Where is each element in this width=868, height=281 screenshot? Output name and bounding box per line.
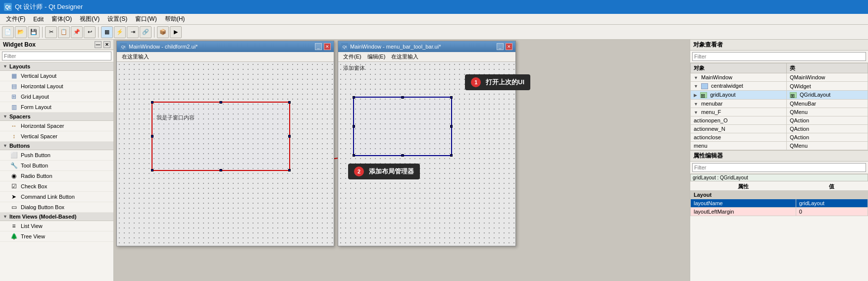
widget-dialog-button-box[interactable]: ▭ Dialog Button Box bbox=[0, 202, 113, 213]
widget-horizontal-layout[interactable]: ▤ Horizontal Layout bbox=[0, 81, 113, 92]
subwindow1-sel-rect[interactable] bbox=[152, 102, 290, 171]
category-item-views[interactable]: ▼ Item Views (Model-Based) bbox=[0, 213, 113, 221]
toolbar-cut[interactable]: ✂ bbox=[45, 26, 57, 38]
prop-value[interactable]: 0 bbox=[796, 208, 868, 216]
table-row[interactable]: actionclose QAction bbox=[691, 133, 868, 142]
table-row[interactable]: ▼ menu_F QMenu bbox=[691, 108, 868, 116]
widget-box-close[interactable]: ✕ bbox=[103, 41, 110, 48]
toolbar-save[interactable]: 💾 bbox=[28, 26, 40, 38]
table-row[interactable]: ▼ menubar QMenuBar bbox=[691, 100, 868, 108]
subwindow2-menu-input[interactable]: 在这里输入 bbox=[388, 53, 421, 61]
prop-value[interactable]: gridLayout bbox=[796, 199, 868, 208]
menu-form[interactable]: 窗体(O) bbox=[48, 14, 76, 24]
toolbar-paste[interactable]: 📌 bbox=[71, 26, 83, 38]
subwindow2-add-window-label: 添加窗体 bbox=[343, 64, 365, 72]
table-row: Layout bbox=[691, 191, 868, 199]
object-inspector-filter[interactable] bbox=[692, 52, 866, 61]
table-row[interactable]: ▶ ⊞ gridLayout ⊞ QGridLayout bbox=[691, 91, 868, 100]
toolbar-widget-editor[interactable]: ▦ bbox=[101, 26, 113, 38]
table-row[interactable]: layoutName gridLayout bbox=[691, 199, 868, 208]
main-toolbar: 📄 📂 💾 ✂ 📋 📌 ↩ ▦ ⚡ ⇥ 🔗 📦 ▶ bbox=[0, 25, 868, 40]
category-layouts[interactable]: ▼ Layouts bbox=[0, 62, 113, 71]
object-name: actionopen_O bbox=[691, 116, 787, 125]
sel-handle2-bl[interactable] bbox=[353, 154, 355, 157]
subwindow2-menu-file[interactable]: 文件(E) bbox=[340, 53, 364, 61]
subwindow2-title: MainWindow - menu_bar_tool_bar.ui* bbox=[350, 44, 495, 50]
widget-push-button[interactable]: ⬜ Push Button bbox=[0, 150, 113, 161]
menu-edit[interactable]: Edit bbox=[29, 15, 48, 24]
toolbar-undo[interactable]: ↩ bbox=[84, 26, 96, 38]
toolbar-open[interactable]: 📂 bbox=[15, 26, 27, 38]
subwindow1-close[interactable]: ✕ bbox=[324, 43, 331, 50]
subwindow2-sel-rect[interactable] bbox=[353, 97, 452, 156]
menu-file[interactable]: 文件(F) bbox=[2, 14, 29, 24]
object-label: actionnew_N bbox=[694, 126, 725, 132]
sel-handle-bl[interactable] bbox=[151, 169, 153, 171]
table-row[interactable]: ▼ MainWindow QMainWindow bbox=[691, 73, 868, 82]
widget-command-link-button[interactable]: ➤ Command Link Button bbox=[0, 192, 113, 202]
subwindow1-canvas[interactable]: 我是子窗口内容 bbox=[117, 62, 334, 246]
widget-box-filter-bar bbox=[0, 50, 113, 62]
subwindow2-minimize[interactable]: _ bbox=[497, 43, 504, 50]
widget-grid-layout[interactable]: ⊞ Grid Layout bbox=[0, 92, 113, 102]
toolbar-tab-order[interactable]: ⇥ bbox=[127, 26, 139, 38]
toolbar-buddy[interactable]: 🔗 bbox=[140, 26, 152, 38]
menu-help[interactable]: 帮助(H) bbox=[161, 14, 189, 24]
category-spacers[interactable]: ▼ Spacers bbox=[0, 112, 113, 121]
widget-vertical-layout[interactable]: ▦ Vertical Layout bbox=[0, 71, 113, 81]
widget-form-layout[interactable]: ▥ Form Layout bbox=[0, 102, 113, 112]
subwindow2-menu-edit[interactable]: 编辑(E) bbox=[364, 53, 389, 61]
sel-handle-mr[interactable] bbox=[288, 135, 291, 138]
sel-handle-bm[interactable] bbox=[220, 169, 222, 171]
subwindow2-canvas[interactable]: 添加窗体 1 打开上次的UI bbox=[338, 62, 515, 246]
toolbar-signal-slot[interactable]: ⚡ bbox=[114, 26, 126, 38]
table-row[interactable]: layoutLeftMargin 0 bbox=[691, 208, 868, 216]
menu-window[interactable]: 窗口(W) bbox=[131, 14, 160, 24]
widget-radio-button[interactable]: ◉ Radio Button bbox=[0, 171, 113, 181]
toolbar-new[interactable]: 📄 bbox=[2, 26, 14, 38]
widget-list-view[interactable]: ≡ List View bbox=[0, 221, 113, 231]
sel-handle-tl[interactable] bbox=[151, 101, 153, 104]
table-row[interactable]: actionopen_O QAction bbox=[691, 116, 868, 125]
table-row[interactable]: menu QMenu bbox=[691, 142, 868, 150]
grid-icon: ⊞ bbox=[700, 92, 707, 98]
widget-check-box[interactable]: ☑ Check Box bbox=[0, 181, 113, 192]
subwindow1-titlebar: Qt MainWindow - childform2.ui* _ ✕ bbox=[117, 41, 334, 52]
sel-handle2-tr[interactable] bbox=[450, 96, 453, 99]
subwindow1-minimize[interactable]: _ bbox=[315, 43, 322, 50]
sel-handle2-mr[interactable] bbox=[450, 125, 453, 128]
subwindow2-close[interactable]: ✕ bbox=[506, 43, 512, 50]
dialog-button-box-icon: ▭ bbox=[10, 203, 18, 211]
category-layouts-label: Layouts bbox=[9, 63, 30, 69]
sel-handle-tm[interactable] bbox=[220, 101, 222, 104]
subwindow1-menu-input[interactable]: 在这里输入 bbox=[119, 53, 152, 61]
menu-settings[interactable]: 设置(S) bbox=[103, 14, 131, 24]
sel-handle2-tl[interactable] bbox=[353, 96, 355, 99]
widget-list: ▼ Layouts ▦ Vertical Layout ▤ Horizontal… bbox=[0, 62, 113, 281]
sel-handle2-tm[interactable] bbox=[402, 96, 404, 99]
table-row[interactable]: ▼ centralwidget QWidget bbox=[691, 82, 868, 91]
toolbar-resource[interactable]: 📦 bbox=[157, 26, 169, 38]
widget-tool-button[interactable]: 🔧 Tool Button bbox=[0, 161, 113, 171]
subwindow2-menubar: 文件(E) 编辑(E) 在这里输入 bbox=[338, 52, 515, 62]
table-row[interactable]: actionnew_N QAction bbox=[691, 125, 868, 133]
widget-box-float[interactable]: — bbox=[95, 41, 102, 48]
property-editor-filter[interactable] bbox=[692, 163, 866, 172]
widget-vertical-spacer[interactable]: ↕ Vertical Spacer bbox=[0, 131, 113, 142]
sel-handle2-ml[interactable] bbox=[353, 125, 355, 128]
widget-box-filter-input[interactable] bbox=[2, 52, 111, 60]
sel-handle-tr[interactable] bbox=[288, 101, 291, 104]
sel-handle-ml[interactable] bbox=[151, 135, 153, 138]
category-buttons[interactable]: ▼ Buttons bbox=[0, 142, 113, 150]
sel-handle2-bm[interactable] bbox=[402, 154, 404, 157]
sel-handle-br[interactable] bbox=[288, 169, 291, 171]
toolbar-preview[interactable]: ▶ bbox=[170, 26, 182, 38]
object-label: menu_F bbox=[701, 109, 721, 115]
widget-horizontal-spacer[interactable]: ↔ Horizontal Spacer bbox=[0, 121, 113, 131]
toolbar-copy[interactable]: 📋 bbox=[58, 26, 70, 38]
tree-view-icon: 🌲 bbox=[10, 232, 18, 240]
widget-tree-view[interactable]: 🌲 Tree View bbox=[0, 231, 113, 242]
object-name: ▼ menu_F bbox=[691, 108, 787, 116]
sel-handle2-br[interactable] bbox=[450, 154, 453, 157]
menu-view[interactable]: 视图(V) bbox=[76, 14, 103, 24]
